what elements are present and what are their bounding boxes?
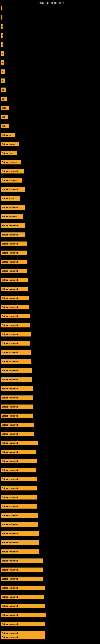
bar: Bottleneck result — [1, 260, 27, 264]
bar-label: E — [1, 34, 3, 37]
bar: Bot — [1, 115, 8, 119]
bar: Bottleneck result — [1, 459, 37, 463]
bar: Bottleneck result — [1, 568, 43, 572]
bar-row: Bottleneck result — [1, 622, 45, 626]
bar: Bottleneck result — [1, 586, 45, 590]
bar-row: Bottleneck result — [1, 296, 29, 300]
bar: Bottleneck result — [1, 250, 27, 255]
bar: Bottleneck result — [1, 432, 34, 436]
bar-label: Bottleneck result — [1, 478, 18, 480]
bar: Bottleneck result — [1, 477, 37, 482]
bar-label: Bottleneck result — [1, 234, 18, 236]
bar-row: Bottleneck result — [1, 305, 29, 309]
bar-row: Bottleneck result — [1, 187, 25, 192]
bar: Bottleneck result — [1, 386, 33, 391]
bar-label: Bott — [1, 107, 6, 109]
bar-row: Bo — [1, 96, 7, 101]
bar-row: Bottleneck result — [1, 323, 30, 328]
bar-row: Bottleneck result — [1, 513, 38, 518]
bar-label: Bottleneck result — [1, 297, 18, 299]
bar-label: Bottleneck result — [1, 188, 18, 190]
bar: Bott — [1, 124, 9, 128]
bar-row: Bottlenec — [1, 133, 15, 137]
bar: Bottleneck result — [1, 242, 27, 246]
bar-label: Bottleneck result — [1, 614, 18, 616]
bar-label: Bottleneck result — [1, 587, 18, 589]
bar-row: Bottleneck result — [1, 377, 32, 382]
bar-label: Bottleneck result — [1, 596, 18, 598]
bar-row: Bottleneck result — [1, 332, 31, 336]
bar-label: Bottleneck result — [1, 514, 18, 516]
bar: Bottleneck result — [1, 187, 25, 192]
bar: Bottleneck result — [1, 350, 31, 354]
bar-row: Bottleneck result — [1, 368, 32, 373]
bar-row: Bottleneck resu — [1, 178, 22, 182]
bar: Bottleneck result — [1, 495, 37, 500]
bar-label: Bottleneck result — [1, 433, 18, 435]
bar-row: Bottleneck result — [1, 450, 36, 454]
bar-row: Bottleneck result — [1, 522, 38, 527]
bar-label: Bottleneck result — [1, 224, 18, 227]
bar-label: Bottleneck result — [1, 406, 18, 408]
bar-row — [1, 6, 2, 10]
bar: Bottleneck result — [1, 232, 25, 237]
bar-row: Bottleneck result — [1, 314, 30, 318]
bar-row: Bottleneck result — [1, 604, 45, 608]
bar: Bottleneck resu — [1, 160, 21, 164]
bar: B — [1, 78, 5, 83]
bar-label: Bottleneck result — [1, 360, 18, 363]
bar-label: E — [1, 44, 3, 46]
bar-label: Bottleneck result — [1, 569, 18, 571]
bar: B — [1, 60, 4, 65]
bar-row: Bottleneck result — [1, 558, 43, 563]
bar: Bottleneck result — [1, 513, 38, 518]
bar-row: E — [1, 33, 3, 38]
bar-row: Bottleneck — [1, 151, 17, 155]
bar: Bottleneck result — [1, 540, 39, 545]
bar: Bottleneck result — [1, 205, 25, 210]
bar: Bo — [1, 96, 7, 101]
bar-label: Bo — [1, 89, 4, 91]
bar-row: Bottleneck resu — [1, 160, 21, 164]
bar-label: Bottleneck result — [1, 487, 18, 490]
site-title: TheBottlenecker.com — [0, 0, 100, 5]
bar: Bottleneck result — [1, 396, 33, 400]
bar-label: Bottleneck resu — [1, 161, 17, 164]
bar-label: Bottleneck result — [1, 270, 18, 272]
bar-row: Bott — [1, 106, 9, 110]
bar-label: Bottleneck result — [1, 252, 18, 254]
bar-label: Bot — [1, 116, 5, 118]
bar-label: Bottleneck re — [1, 198, 14, 200]
bar-row: B — [1, 70, 4, 74]
bar: E — [1, 33, 3, 38]
bar-row: Bottleneck result — [1, 595, 44, 599]
bar-row: Bo — [1, 88, 6, 92]
bar-row: B — [1, 51, 4, 56]
bar-label: Bottleneck result — [1, 261, 18, 263]
bar-label: B — [1, 52, 3, 55]
bar-label: Bottleneck result — [1, 388, 18, 390]
bar-label: Bottleneck result — [1, 324, 18, 326]
bar: Bottleneck resu — [1, 214, 23, 219]
bar-row: Bottleneck result — [1, 404, 33, 409]
bar-label: Bottleneck result — [1, 532, 18, 535]
bar: Bottlenec — [1, 133, 15, 137]
bar: Bottleneck result — [1, 468, 36, 472]
bar-row — [1, 15, 2, 20]
bar-row: E — [1, 24, 2, 28]
bar-row: B — [1, 78, 5, 83]
bar: Bottleneck result — [1, 558, 43, 563]
bar: Bottleneck result — [1, 305, 29, 309]
bar-label: Bottleneck result — [1, 342, 18, 344]
bar-label: Bottleneck result — [1, 415, 18, 417]
bar-label: Bottlenec — [1, 134, 11, 136]
chart-area: TheBottlenecker.com EEEBBBBBoBoBottBotBo… — [0, 0, 100, 644]
bar: Bottleneck result — [1, 595, 44, 599]
bar-label: B — [1, 80, 3, 82]
bar: Bottleneck result — [1, 332, 31, 336]
bar-row: Bottleneck result — [1, 459, 37, 463]
bar-row: Bottleneck result — [1, 631, 46, 635]
bar-row: Bottleneck result — [1, 504, 37, 508]
bar-row: Bottleneck result — [1, 205, 25, 210]
bar: Bottleneck result — [1, 404, 33, 409]
